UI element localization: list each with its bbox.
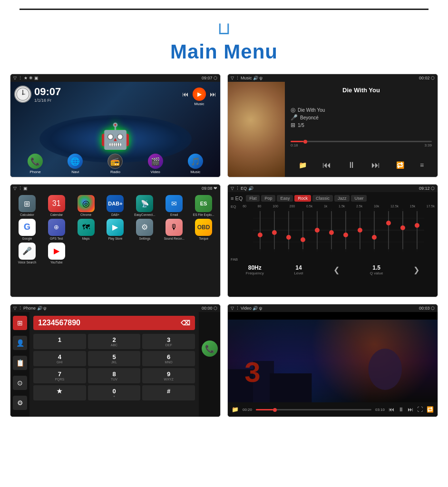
video-pause-btn[interactable]: ⏸ (398, 406, 404, 413)
music-content: Die With You ◎ Die With You 🎤 Beyoncé ⊞ (228, 82, 438, 177)
android-logo: 🤖 (100, 122, 131, 151)
app-voicesearch[interactable]: 🎤 Voice Search (13, 243, 41, 264)
eq-frequency: 80Hz Frequency (246, 264, 264, 275)
svg-point-32 (272, 230, 277, 235)
more-btn[interactable]: ⚙ (13, 396, 27, 410)
home-icon-navi[interactable]: 🌐 Navi (68, 154, 83, 174)
app-email[interactable]: ✉ Email (160, 195, 188, 217)
app-soundrecorder[interactable]: 🎙 Sound Recor... (160, 219, 188, 241)
eq-level: 14 Level (294, 264, 303, 275)
contacts-btn[interactable]: 👤 (13, 336, 27, 350)
eq-freq-labels-top: 60 80 100 200 0.5k 1k 1.5k 2.5k 10k 12.5… (243, 205, 435, 208)
home-icon-video[interactable]: 🎬 Video (148, 154, 163, 174)
key-hash[interactable]: # (142, 385, 195, 400)
home-icon-radio[interactable]: 📻 Radio (107, 154, 123, 174)
playstore-icon: ▶ (107, 219, 124, 236)
video-prev-btn[interactable]: ⏮ (389, 406, 394, 413)
music-body: Die With You ◎ Die With You 🎤 Beyoncé ⊞ (228, 82, 438, 177)
video-next-btn[interactable]: ⏭ (408, 406, 413, 413)
key-1[interactable]: 1 (33, 334, 86, 349)
app-calendar[interactable]: 31 Calendar (43, 195, 70, 217)
esfile-icon: ES (195, 195, 212, 212)
dialpad-btn[interactable]: ⊞ (13, 316, 27, 330)
prev-btn[interactable]: ⏮ (182, 90, 189, 98)
app-gpstest[interactable]: ⊕ GPS Test (43, 219, 70, 241)
backspace-btn[interactable]: ⌫ (181, 319, 190, 327)
progress-area[interactable]: 0:18 3:39 (291, 141, 432, 147)
app-torque[interactable]: OBD Torque (190, 219, 217, 241)
eq-qvalue: 1.5 Q value (370, 264, 383, 275)
app-calculator[interactable]: ⊞ Calculator (13, 195, 41, 217)
preset-pop[interactable]: Pop (261, 195, 275, 202)
call-button[interactable]: 📞 (202, 341, 218, 357)
app-playstore[interactable]: ▶ Play Store (102, 219, 129, 241)
app-maps[interactable]: 🗺 Maps (72, 219, 100, 241)
preset-jazz[interactable]: Jazz (334, 195, 350, 202)
key-0[interactable]: 0 + (88, 385, 141, 400)
app-google[interactable]: G Google (13, 219, 41, 241)
calendar-icon: 31 (48, 195, 65, 212)
preset-user[interactable]: User (351, 195, 367, 202)
eq-prev-btn[interactable]: ❮ (333, 265, 340, 274)
video-progress-bar[interactable] (256, 409, 371, 410)
eq-labels: EQ FAB (231, 205, 238, 262)
svg-point-3 (22, 94, 24, 95)
progress-bar[interactable] (291, 141, 432, 142)
phone-settings-btn[interactable]: ⊙ (13, 376, 27, 390)
video-folder-btn[interactable]: 📁 (232, 406, 239, 413)
svg-point-40 (386, 221, 391, 225)
prev-track-btn[interactable]: ⏮ (322, 160, 331, 170)
status-right-6: 00:03 ⬡ (419, 306, 435, 311)
eq-content: EQ FAB 60 80 100 200 0.5k 1k 1.5k 2.5k 1… (231, 205, 435, 262)
pause-btn[interactable]: ⏸ (347, 160, 356, 170)
video-fullscreen-btn[interactable]: ⛶ (417, 406, 423, 413)
voicesearch-icon: 🎤 (19, 243, 36, 260)
status-right-2: 00:02 ⬡ (419, 76, 435, 80)
status-bar-6: ▽ ⋮ Video 🔊 ψ 00:03 ⬡ (228, 304, 438, 312)
key-4[interactable]: 4 GHI (33, 351, 86, 366)
status-bar-5: ▽ ⋮ Phone 🔊 ψ 00:00 ⬡ (10, 304, 220, 312)
svg-point-41 (400, 225, 405, 230)
key-9[interactable]: 9 WXYZ (142, 368, 195, 383)
app-youtube[interactable]: ▶ YouTube (43, 243, 70, 264)
status-right-5: 00:00 ⬡ (202, 306, 217, 311)
app-settings[interactable]: ⚙ Settings (131, 219, 158, 241)
screenshot-grid: ▽ ⋮ ★ ❋ ▣ 09:07 ⬡ (5, 74, 443, 427)
recent-calls-btn[interactable]: 📋 (13, 356, 27, 370)
home-app-icons: 📞 Phone 🌐 Navi 📻 Radio 🎬 Video 🎵 (10, 154, 220, 174)
artist-icon: 🎤 (291, 114, 298, 121)
play-btn[interactable]: ▶ (193, 88, 206, 101)
screen-home: ▽ ⋮ ★ ❋ ▣ 09:07 ⬡ (10, 74, 221, 177)
status-left-5: ▽ ⋮ Phone 🔊 ψ (13, 306, 46, 311)
home-icon-phone[interactable]: 📞 Phone (28, 154, 43, 174)
folder-btn[interactable]: 📁 (299, 161, 307, 169)
eq-btn[interactable]: ≡ (420, 161, 424, 169)
music-controls[interactable]: ⏮ ▶ ⏭ (182, 86, 216, 101)
video-repeat-btn[interactable]: 🔁 (427, 406, 434, 413)
clock-face (14, 86, 31, 103)
phone-icon: 📞 (28, 154, 43, 169)
key-2[interactable]: 2 ABC (88, 334, 141, 349)
key-5[interactable]: 5 JKL (88, 351, 141, 366)
eq-next-btn[interactable]: ❯ (413, 265, 419, 274)
key-6[interactable]: 6 MNO (142, 351, 195, 366)
next-track-btn[interactable]: ⏭ (371, 160, 380, 170)
key-3[interactable]: 3 DEF (142, 334, 195, 349)
app-chrome[interactable]: ◎ Chrome (72, 195, 100, 217)
key-star[interactable]: ★ (33, 385, 86, 400)
preset-flat[interactable]: Flat (246, 195, 260, 202)
app-easyconnect[interactable]: 📡 EasyConnect... (131, 195, 158, 217)
video-controls: 📁 00:20 03:10 ⏮ ⏸ ⏭ ⛶ 🔁 (228, 402, 438, 417)
key-7[interactable]: 7 PQRS (33, 368, 86, 383)
key-8[interactable]: 8 TUV (88, 368, 141, 383)
phone-main: 1234567890 ⌫ 1 2 ABC 3 DEF (29, 312, 199, 417)
preset-rock[interactable]: Rock (294, 195, 311, 202)
next-btn[interactable]: ⏭ (210, 90, 216, 98)
app-esfile[interactable]: ES ES File Explo... (190, 195, 217, 217)
home-icon-music[interactable]: 🎵 Music (188, 154, 203, 174)
preset-classic[interactable]: Classic (312, 195, 333, 202)
svg-point-38 (358, 228, 362, 233)
preset-easy[interactable]: Easy (277, 195, 293, 202)
repeat-btn[interactable]: 🔁 (396, 161, 404, 169)
app-dab[interactable]: DAB+ DAB+ (102, 195, 129, 217)
